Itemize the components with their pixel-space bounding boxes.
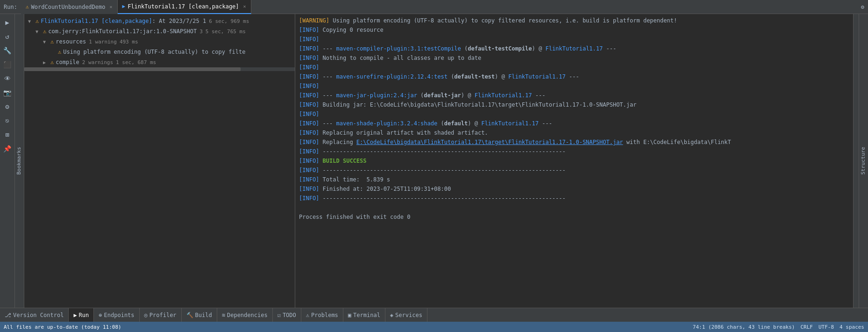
terminal-icon: ▣ [348, 312, 351, 318]
log-line-20: [INFO] ---------------------------------… [299, 194, 849, 203]
tree-item-root[interactable]: ▼ ⚠ FlinkTutorial1.17 [clean,package]: A… [24, 16, 295, 26]
tree-item-root-label: FlinkTutorial1.17 [clean,package]: At 20… [41, 18, 206, 24]
log-panel[interactable]: [WARNING] Using platform encoding (UTF-8… [295, 14, 853, 308]
tab-wordcount-close[interactable]: ✕ [109, 4, 112, 9]
profiler-icon: ◎ [144, 312, 148, 318]
tree-item-compile-time: 1 sec, 687 ms [116, 59, 156, 65]
exit-icon[interactable]: ⎋ [1, 114, 14, 127]
log-line-9: [INFO] --- maven-jar-plugin:2.4:jar (def… [299, 91, 849, 100]
endpoints-icon: ⊕ [99, 312, 102, 318]
tab-todo-label: TODO [283, 312, 296, 318]
tree-panel[interactable]: ▼ ⚠ FlinkTutorial1.17 [clean,package]: A… [24, 14, 295, 308]
tree-item-resources[interactable]: ▼ ⚠ resources 1 warning 493 ms [24, 36, 295, 47]
tab-services-label: Services [395, 312, 422, 318]
log-line-5: [INFO] Nothing to compile - all classes … [299, 53, 849, 63]
tab-profiler-label: Profiler [149, 312, 177, 318]
bookmarks-label-container: Bookmarks [15, 14, 24, 308]
tree-item-compile-meta: 2 warnings [82, 59, 113, 65]
tab-flink[interactable]: ▶ FlinkTutorial1.17 [clean,package] ✕ [118, 0, 251, 14]
tab-profiler[interactable]: ◎ Profiler [140, 308, 182, 322]
status-bar-right: 74:1 (2086 chars, 43 line breaks) CRLF U… [693, 324, 864, 330]
settings-icon[interactable]: ⚙ [861, 4, 864, 10]
bookmarks-label[interactable]: Bookmarks [15, 145, 24, 177]
tab-todo[interactable]: ☑ TODO [273, 308, 301, 322]
structure-label-container: Structure [859, 14, 868, 308]
tab-endpoints[interactable]: ⊕ Endpoints [94, 308, 139, 322]
tree-arrow-jar: ▼ [36, 29, 43, 34]
log-line-13: [INFO] Replacing original artifact with … [299, 128, 849, 137]
status-charset[interactable]: UTF-8 [818, 324, 834, 330]
run-tab-icon: ▶ [73, 312, 77, 318]
log-line-15: [INFO] ---------------------------------… [299, 147, 849, 156]
tree-item-root-time: 6 sec, 969 ms [209, 18, 249, 24]
wrench-icon[interactable]: 🔧 [1, 44, 14, 57]
status-line-ending[interactable]: CRLF [800, 324, 813, 330]
status-indent[interactable]: 4 spaces [840, 324, 864, 330]
sidebar-icons: ▶ ↺ 🔧 ⬛ 👁 📷 ⚙ ⎋ ⊞ 📌 [0, 14, 15, 308]
tree-arrow-root: ▼ [28, 19, 36, 24]
bottom-toolbar: ⎇ Version Control ▶ Run ⊕ Endpoints ◎ Pr… [0, 308, 868, 322]
tab-version-control-label: Version Control [13, 312, 64, 318]
log-line-2: [INFO] Copying 0 resource [299, 25, 849, 35]
tree-warn-icon-resources: ⚠ [50, 38, 54, 45]
log-link-jar[interactable]: E:\CodeLife\bigdata\FlinkTutorial1.17\ta… [356, 139, 623, 145]
tree-arrow-compile: ▶ [43, 60, 50, 65]
log-line-19: [INFO] Finished at: 2023-07-25T11:09:31+… [299, 184, 849, 194]
tree-item-resources-time: 493 ms [120, 39, 138, 45]
tab-problems[interactable]: ⚠ Problems [301, 308, 343, 322]
tab-flink-close[interactable]: ✕ [243, 4, 246, 9]
main-content: ▶ ↺ 🔧 ⬛ 👁 📷 ⚙ ⎋ ⊞ 📌 Bookmarks ▼ ⚠ FlinkT… [0, 14, 868, 308]
tab-version-control[interactable]: ⎇ Version Control [0, 308, 69, 322]
tab-build-label: Build [195, 312, 212, 318]
log-line-11: [INFO] [299, 109, 849, 119]
log-line-14: [INFO] Replacing E:\CodeLife\bigdata\Fli… [299, 137, 849, 147]
eye-icon[interactable]: 👁 [1, 72, 14, 85]
tab-dependencies-label: Dependencies [227, 312, 268, 318]
services-icon: ◈ [390, 312, 393, 318]
tree-item-jar-label: com.jerry:FlinkTutorial1.17:jar:1.0-SNAP… [48, 28, 197, 35]
tab-run-icon: ▶ [122, 3, 126, 9]
log-line-8: [INFO] [299, 81, 849, 91]
log-line-4: [INFO] --- maven-compiler-plugin:3.1:tes… [299, 44, 849, 53]
log-line-1: [WARNING] Using platform encoding (UTF-8… [299, 16, 849, 25]
layers-icon[interactable]: ⊞ [1, 128, 14, 141]
tree-warn-icon-root: ⚠ [36, 18, 39, 24]
log-line-18: [INFO] Total time: 5.839 s [299, 175, 849, 184]
log-line-21 [299, 203, 849, 212]
tab-run[interactable]: ▶ Run [69, 308, 94, 322]
tree-item-encoding-warning[interactable]: ⚠ Using platform encoding (UTF-8 actuall… [24, 47, 295, 57]
build-icon: 🔨 [186, 312, 193, 318]
tree-item-compile[interactable]: ▶ ⚠ compile 2 warnings 1 sec, 687 ms [24, 57, 295, 67]
tree-item-jar-time: 5 sec, 765 ms [206, 29, 246, 35]
log-line-10: [INFO] Building jar: E:\CodeLife\bigdata… [299, 100, 849, 109]
tree-item-jar[interactable]: ▼ ⚠ com.jerry:FlinkTutorial1.17:jar:1.0-… [24, 26, 295, 36]
tree-item-compile-label: compile [56, 59, 79, 65]
tree-warn-icon-compile: ⚠ [50, 59, 54, 65]
tab-services[interactable]: ◈ Services [385, 308, 427, 322]
tree-warn-icon-jar: ⚠ [43, 28, 46, 35]
stop-icon[interactable]: ⬛ [1, 58, 14, 71]
tab-warning-icon: ⚠ [26, 4, 29, 10]
pin-icon[interactable]: 📌 [1, 142, 14, 155]
structure-label[interactable]: Structure [859, 145, 868, 177]
tab-problems-label: Problems [311, 312, 338, 318]
tree-item-resources-meta: 1 warning [89, 39, 117, 45]
tab-wordcount[interactable]: ⚠ WordCountUnboundedDemo ✕ [21, 0, 118, 14]
gear-icon[interactable]: ⚙ [1, 100, 14, 113]
tab-terminal-label: Terminal [353, 312, 380, 318]
tab-dependencies[interactable]: ≋ Dependencies [217, 308, 273, 322]
tree-item-encoding-label: Using platform encoding (UTF-8 actually)… [63, 49, 245, 55]
camera-icon[interactable]: 📷 [1, 86, 14, 99]
tab-terminal[interactable]: ▣ Terminal [343, 308, 385, 322]
dependencies-icon: ≋ [222, 312, 225, 318]
log-scrollbar[interactable] [853, 14, 859, 308]
version-control-icon: ⎇ [5, 312, 11, 318]
problems-icon: ⚠ [306, 312, 309, 318]
tab-build[interactable]: 🔨 Build [182, 308, 217, 322]
todo-icon: ☑ [277, 312, 281, 318]
run-label: Run: [4, 4, 17, 10]
status-position[interactable]: 74:1 (2086 chars, 43 line breaks) [693, 324, 795, 330]
rerun-icon[interactable]: ↺ [1, 30, 14, 43]
tab-run-label: Run [79, 312, 89, 318]
run-icon[interactable]: ▶ [1, 16, 14, 29]
